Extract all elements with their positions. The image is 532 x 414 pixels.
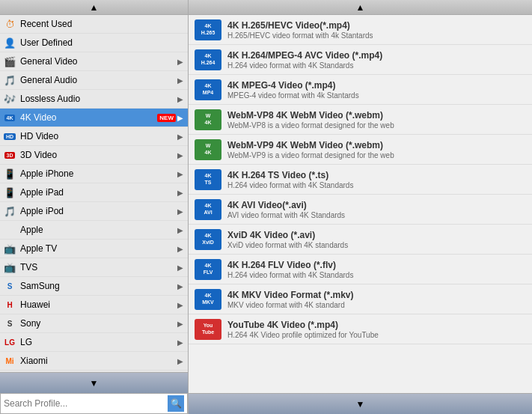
format-title: 4K AVI Video(*.avi) (227, 200, 526, 210)
format-icon-4k-mpeg4: 4K MP4 (195, 79, 221, 100)
format-icon-4k-h265: 4K H.265 (195, 19, 221, 40)
left-list-item-general-audio[interactable]: 🎵General Audio▶ (0, 71, 188, 90)
format-title: 4K H.264/MPEG-4 AVC Video (*.mp4) (227, 50, 526, 61)
left-scroll-up-btn[interactable]: ▲ (0, 0, 188, 15)
left-list-item-recent-used[interactable]: ⏱Recent Used (0, 15, 188, 34)
left-item-label: Apple iPad (20, 187, 176, 198)
format-icon-4k-h264-avc: 4K H.264 (195, 49, 221, 70)
arrow-right-icon: ▶ (176, 95, 185, 103)
arrow-right-icon: ▶ (176, 264, 185, 272)
search-input[interactable] (4, 398, 168, 409)
format-desc: MKV video format with 4K standard (227, 301, 526, 309)
left-item-label: Sony (20, 318, 176, 329)
right-scroll-down-btn[interactable]: ▼ (189, 393, 532, 414)
arrow-right-icon: ▶ (176, 114, 185, 122)
format-desc: AVI video format with 4K Standards (227, 211, 526, 219)
left-list-item-user-defined[interactable]: 👤User Defined (0, 34, 188, 52)
left-list-item-huawei[interactable]: HHuawei▶ (0, 296, 188, 314)
format-icon-4k-flv: 4K FLV (195, 259, 221, 280)
new-badge: NEW (157, 114, 176, 122)
arrow-right-icon: ▶ (176, 226, 185, 234)
right-list-item-webm-vp9[interactable]: W 4KWebM-VP9 4K WebM Video (*.webm)WebM-… (189, 135, 532, 165)
format-title: XviD 4K Video (*.avi) (227, 230, 526, 240)
left-item-label: Apple TV (20, 243, 176, 254)
right-list-item-4k-mkv[interactable]: 4K MKV4K MKV Video Format (*.mkv)MKV vid… (189, 284, 532, 314)
search-icon: 🔍 (171, 398, 182, 409)
left-list-item-apple-ipad[interactable]: 📱Apple iPad▶ (0, 183, 188, 202)
format-icon-xvid-4k: 4K XviD (195, 229, 221, 250)
format-text-4k-mkv: 4K MKV Video Format (*.mkv)MKV video for… (227, 290, 526, 309)
format-text-webm-vp8: WebM-VP8 4K WebM Video (*.webm)WebM-VP8 … (227, 110, 526, 130)
sony-icon: S (3, 317, 16, 330)
format-text-4k-avi: 4K AVI Video(*.avi)AVI video format with… (227, 200, 526, 219)
arrow-right-icon: ▶ (176, 207, 185, 216)
format-desc: H.264 video format with 4K Standards (227, 61, 526, 70)
format-desc: WebM-VP9 is a video format designed for … (227, 151, 526, 159)
left-list-item-lossless-audio[interactable]: 🎶Lossless Audio▶ (0, 90, 188, 109)
format-title: 4K MPEG-4 Video (*.mp4) (227, 80, 526, 91)
hd-icon: HD (3, 130, 16, 143)
left-list-item-xiaomi[interactable]: MiXiaomi▶ (0, 352, 188, 371)
format-text-xvid-4k: XviD 4K Video (*.avi)XviD video format w… (227, 230, 526, 249)
right-list-item-webm-vp8[interactable]: W 4KWebM-VP8 4K WebM Video (*.webm)WebM-… (189, 105, 532, 135)
left-list-item-general-video[interactable]: 🎬General Video▶ (0, 52, 188, 71)
format-text-4k-h264-avc: 4K H.264/MPEG-4 AVC Video (*.mp4)H.264 v… (227, 50, 526, 70)
right-list-item-4k-h264-ts[interactable]: 4K TS4K H.264 TS Video (*.ts)H.264 video… (189, 165, 532, 195)
arrow-right-icon: ▶ (176, 58, 185, 66)
left-item-label: Apple iPhone (20, 168, 176, 179)
arrow-right-icon: ▶ (176, 320, 185, 328)
format-title: WebM-VP9 4K WebM Video (*.webm) (227, 140, 526, 150)
left-list-item-apple[interactable]: Apple▶ (0, 221, 188, 240)
format-text-4k-mpeg4: 4K MPEG-4 Video (*.mp4)MPEG-4 video form… (227, 80, 526, 100)
left-item-label: User Defined (20, 37, 185, 48)
right-list-item-4k-flv[interactable]: 4K FLV4K H.264 FLV Video (*.flv)H.264 vi… (189, 255, 532, 284)
left-scroll-down-btn[interactable]: ▼ (0, 372, 188, 393)
left-list-item-tvs[interactable]: 📺TVS▶ (0, 258, 188, 277)
left-list-item-sony[interactable]: SSony▶ (0, 314, 188, 333)
left-item-label: General Video (20, 56, 176, 67)
lg-icon: LG (3, 335, 16, 349)
tv-icon: 📺 (3, 261, 16, 274)
search-button[interactable]: 🔍 (168, 395, 184, 412)
user-icon: 👤 (3, 36, 16, 49)
left-list-item-lg[interactable]: LGLG▶ (0, 333, 188, 352)
right-list-item-youtube-4k[interactable]: You TubeYouTube 4K Video (*.mp4)H.264 4K… (189, 314, 532, 344)
right-list-item-4k-h265[interactable]: 4K H.2654K H.265/HEVC Video(*.mp4)H.265/… (189, 15, 532, 45)
left-list-item-3d-video[interactable]: 3D3D Video▶ (0, 146, 188, 165)
arrow-right-icon: ▶ (176, 357, 185, 365)
arrow-right-icon: ▶ (176, 76, 185, 85)
right-list-item-xvid-4k[interactable]: 4K XviDXviD 4K Video (*.avi)XviD video f… (189, 225, 532, 255)
left-list-item-apple-ipod[interactable]: 🎵Apple iPod▶ (0, 202, 188, 221)
format-icon-webm-vp8: W 4K (195, 109, 221, 130)
left-item-label: 4K Video (20, 112, 155, 123)
left-list: ⏱Recent Used👤User Defined🎬General Video▶… (0, 15, 188, 372)
huawei-icon: H (3, 298, 16, 311)
left-list-item-apple-iphone[interactable]: 📱Apple iPhone▶ (0, 165, 188, 183)
left-list-item-apple-tv[interactable]: 📺Apple TV▶ (0, 240, 188, 258)
appletv-icon: 📺 (3, 242, 16, 255)
arrow-right-icon: ▶ (176, 170, 185, 178)
ipod-icon: 🎵 (3, 204, 16, 218)
format-text-webm-vp9: WebM-VP9 4K WebM Video (*.webm)WebM-VP9 … (227, 140, 526, 159)
right-list-item-4k-h264-avc[interactable]: 4K H.2644K H.264/MPEG-4 AVC Video (*.mp4… (189, 45, 532, 75)
format-title: 4K MKV Video Format (*.mkv) (227, 290, 526, 300)
format-desc: H.265/HEVC video format with 4k Stantard… (227, 31, 526, 40)
left-scroll-up-icon: ▲ (90, 2, 99, 13)
left-item-label: SamSung (20, 281, 176, 291)
format-desc: H.264 4K Video profile optimized for You… (227, 331, 526, 339)
left-item-label: Huawei (20, 299, 176, 310)
4k-icon: 4K (3, 111, 16, 124)
format-title: YouTube 4K Video (*.mp4) (227, 320, 526, 330)
right-list-item-4k-avi[interactable]: 4K AVI4K AVI Video(*.avi)AVI video forma… (189, 195, 532, 225)
left-list-item-hd-video[interactable]: HDHD Video▶ (0, 127, 188, 146)
left-list-item-4k-video[interactable]: 4K4K VideoNEW▶ (0, 109, 188, 127)
format-desc: XviD video format with 4K standards (227, 241, 526, 249)
left-list-item-samsung[interactable]: SSamSung▶ (0, 277, 188, 296)
right-scroll-up-btn[interactable]: ▲ (189, 0, 532, 15)
arrow-right-icon: ▶ (176, 282, 185, 290)
right-list-item-4k-mpeg4[interactable]: 4K MP44K MPEG-4 Video (*.mp4)MPEG-4 vide… (189, 75, 532, 105)
left-item-label: Xiaomi (20, 356, 176, 366)
format-desc: H.264 video format with 4K Standards (227, 181, 526, 189)
lossless-icon: 🎶 (3, 92, 16, 106)
format-icon-4k-h264-ts: 4K TS (195, 169, 221, 190)
